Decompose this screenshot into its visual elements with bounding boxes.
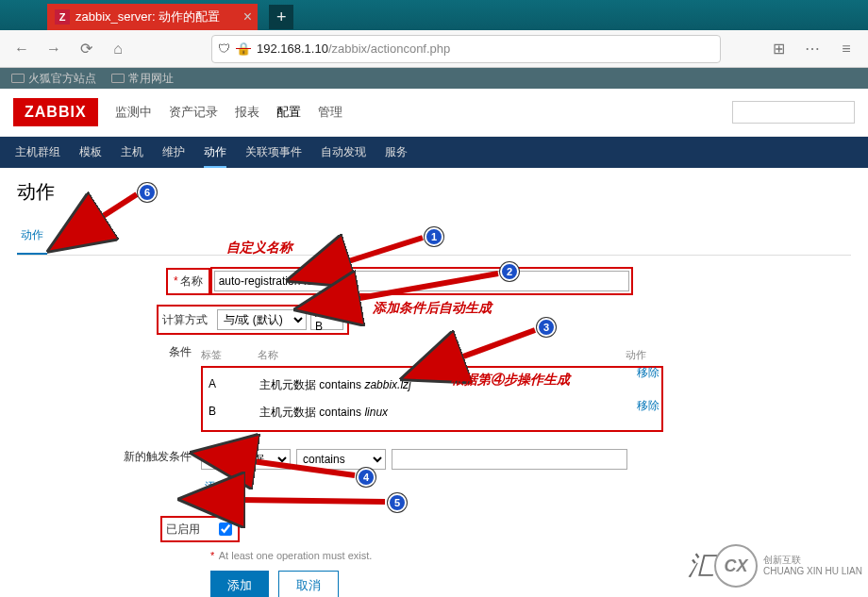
shield-icon: 🛡 — [218, 41, 230, 56]
zabbix-logo[interactable]: ZABBIX — [13, 98, 98, 126]
browser-titlebar: Z zabbix_server: 动作的配置 × + — [0, 0, 868, 30]
badge-5: 5 — [388, 493, 407, 512]
conditions-box: A 主机元数据 contains zabbix.lzj B 主机元数据 cont… — [201, 366, 663, 432]
forward-button[interactable]: → — [40, 35, 68, 63]
watermark: 汇 CX 创新互联CHUANG XIN HU LIAN — [688, 544, 862, 588]
nav-admin[interactable]: 管理 — [318, 104, 342, 121]
submit-button[interactable]: 添加 — [210, 571, 269, 597]
folder-icon — [111, 74, 125, 83]
bookmark-item[interactable]: 火狐官方站点 — [11, 71, 96, 87]
top-nav: 监测中 资产记录 报表 配置 管理 — [115, 104, 342, 121]
subnav-maintenance[interactable]: 维护 — [162, 144, 185, 160]
nav-inventory[interactable]: 资产记录 — [169, 104, 218, 121]
condition-row: B 主机元数据 contains linux — [209, 399, 656, 426]
newcond-value-input[interactable] — [392, 449, 627, 470]
annotation-text-1: 自定义名称 — [226, 240, 292, 257]
close-icon[interactable]: × — [243, 8, 252, 25]
calc-select[interactable]: 与/或 (默认) — [217, 309, 307, 330]
home-button[interactable]: ⌂ — [104, 35, 132, 63]
add-condition-link[interactable]: 添加 — [201, 477, 231, 499]
browser-tab[interactable]: Z zabbix_server: 动作的配置 × — [47, 4, 258, 30]
annotation-text-2: 添加条件后自动生成 — [373, 300, 492, 317]
label-name: *名称 — [166, 268, 210, 295]
newcond-type-select[interactable]: 主机元数据 — [201, 449, 291, 470]
bookmark-bar: 火狐官方站点 常用网址 — [0, 68, 868, 89]
insecure-icon: 🔒 — [236, 41, 251, 56]
subnav-actions[interactable]: 动作 — [204, 144, 226, 168]
tab-action[interactable]: 动作 — [17, 222, 47, 255]
cond-headers: 标签 名称 动作 — [201, 344, 663, 366]
qr-icon[interactable]: ⊞ — [764, 35, 793, 63]
label-enabled: 已启用 — [166, 522, 209, 538]
label-newcond: 新的触发条件 — [17, 449, 201, 465]
search-input[interactable] — [732, 101, 855, 124]
badge-2: 2 — [500, 262, 519, 281]
watermark-logo: CX — [714, 544, 758, 588]
tab-favicon: Z — [55, 9, 70, 25]
browser-navbar: ← → ⟳ ⌂ 🛡 🔒 192.168.1.10/zabbix/actionco… — [0, 30, 868, 68]
annotation-text-3: 根据第④步操作生成 — [451, 372, 570, 389]
condition-row: A 主机元数据 contains zabbix.lzj — [209, 372, 656, 399]
label-conditions: 条件 — [17, 344, 201, 360]
subnav-templates[interactable]: 模板 — [79, 144, 102, 160]
url-text: 192.168.1.10/zabbix/actionconf.php — [257, 41, 450, 56]
name-input[interactable] — [214, 271, 629, 291]
reload-button[interactable]: ⟳ — [72, 35, 100, 63]
remove-link[interactable]: 移除 — [637, 365, 659, 381]
subnav-hostgroups[interactable]: 主机群组 — [15, 144, 60, 160]
nav-config[interactable]: 配置 — [276, 104, 301, 121]
folder-icon — [11, 74, 25, 83]
subnav-discovery[interactable]: 自动发现 — [321, 144, 366, 160]
badge-4: 4 — [357, 468, 376, 487]
newtab-button[interactable]: + — [269, 5, 293, 29]
badge-1: 1 — [425, 227, 443, 246]
menu-icon[interactable]: ≡ — [832, 35, 860, 63]
zabbix-header: ZABBIX 监测中 资产记录 报表 配置 管理 — [0, 89, 868, 137]
more-icon[interactable]: ⋯ — [798, 35, 826, 63]
newcond-op-select[interactable]: contains — [296, 449, 386, 470]
nav-reports[interactable]: 报表 — [235, 104, 259, 121]
formula-box: A or B — [310, 309, 343, 330]
badge-3: 3 — [537, 318, 556, 337]
tab-operations[interactable]: 操作 — [66, 222, 96, 255]
subnav-services[interactable]: 服务 — [385, 144, 408, 160]
sub-nav: 主机群组 模板 主机 维护 动作 关联项事件 自动发现 服务 — [0, 137, 868, 168]
tab-title: zabbix_server: 动作的配置 — [75, 8, 220, 25]
subnav-correlation[interactable]: 关联项事件 — [245, 144, 302, 160]
url-bar[interactable]: 🛡 🔒 192.168.1.10/zabbix/actionconf.php — [211, 35, 721, 63]
remove-link[interactable]: 移除 — [637, 398, 659, 414]
cancel-button[interactable]: 取消 — [278, 571, 339, 597]
bookmark-item[interactable]: 常用网址 — [111, 71, 174, 87]
badge-6: 6 — [138, 183, 157, 202]
nav-monitoring[interactable]: 监测中 — [115, 104, 152, 121]
subnav-hosts[interactable]: 主机 — [121, 144, 143, 160]
label-calc: 计算方式 — [162, 312, 213, 328]
enabled-checkbox[interactable] — [219, 522, 232, 536]
back-button[interactable]: ← — [8, 35, 36, 63]
